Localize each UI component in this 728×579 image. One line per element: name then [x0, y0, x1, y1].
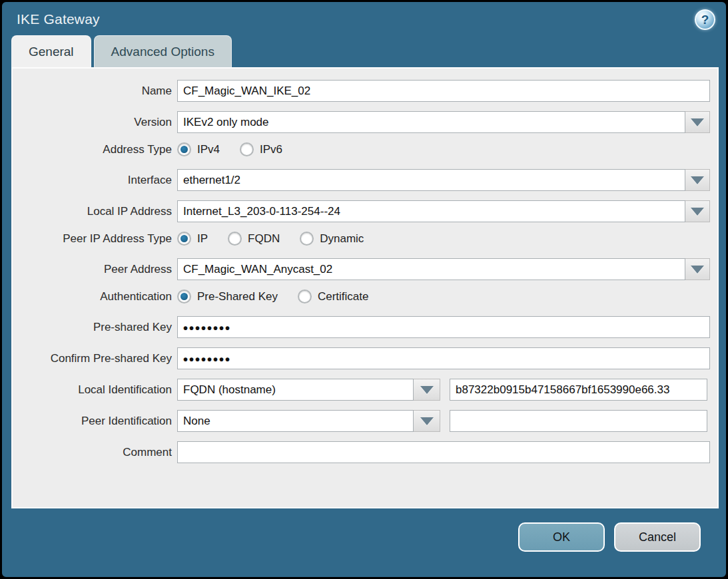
peer-address-label: Peer Address [13, 263, 172, 276]
radio-label: Certificate [318, 290, 369, 303]
comment-input[interactable] [177, 441, 710, 463]
local-ip-row: Local IP Address [13, 200, 717, 222]
chevron-down-icon [691, 118, 704, 126]
version-row: Version [13, 111, 717, 133]
radio-label: IPv4 [197, 143, 220, 156]
tab-advanced-options[interactable]: Advanced Options [94, 35, 232, 67]
tab-bar: General Advanced Options [2, 35, 726, 67]
peer-address-dropdown-button[interactable] [685, 258, 710, 280]
peer-identification-label: Peer Identification [13, 415, 172, 428]
peer-ip-type-row: Peer IP Address Type IP FQDN Dynamic [13, 232, 717, 246]
comment-row: Comment [13, 441, 717, 463]
help-icon[interactable]: ? [695, 9, 715, 30]
cancel-button[interactable]: Cancel [614, 522, 701, 552]
interface-row: Interface [13, 169, 717, 191]
name-input[interactable] [177, 80, 710, 102]
radio-label: IP [197, 232, 208, 246]
local-identification-label: Local Identification [13, 383, 172, 397]
radio-option-ipv6[interactable]: IPv6 [240, 142, 282, 156]
chevron-down-icon [420, 386, 434, 394]
radio-label: IPv6 [260, 143, 282, 156]
ok-button[interactable]: OK [518, 522, 605, 552]
radio-unselected-icon [300, 232, 314, 246]
interface-label: Interface [13, 174, 172, 187]
radio-selected-icon [177, 290, 191, 303]
peer-address-row: Peer Address [13, 258, 717, 280]
confirm-preshared-key-input[interactable] [177, 347, 710, 369]
local-identification-type-select[interactable] [177, 379, 414, 401]
name-row: Name [13, 80, 717, 102]
version-label: Version [13, 116, 172, 129]
local-identification-value-input[interactable] [450, 379, 707, 401]
peer-identification-row: Peer Identification [13, 410, 717, 432]
address-type-row: Address Type IPv4 IPv6 [13, 142, 717, 156]
local-identification-dropdown-button[interactable] [414, 379, 440, 401]
confirm-preshared-key-row: Confirm Pre-shared Key [13, 347, 717, 369]
peer-identification-value-input[interactable] [450, 410, 707, 432]
comment-label: Comment [13, 446, 172, 459]
tab-general[interactable]: General [11, 35, 91, 67]
radio-option-ipv4[interactable]: IPv4 [177, 142, 220, 156]
peer-address-input[interactable] [177, 258, 685, 280]
preshared-key-row: Pre-shared Key [13, 316, 717, 338]
radio-selected-icon [177, 232, 191, 246]
peer-identification-dropdown-button[interactable] [414, 410, 440, 432]
name-label: Name [13, 85, 172, 98]
radio-unselected-icon [228, 232, 242, 246]
radio-label: Pre-Shared Key [197, 290, 278, 303]
peer-identification-type-select[interactable] [177, 410, 414, 432]
chevron-down-icon [691, 266, 704, 274]
radio-unselected-icon [240, 142, 254, 156]
version-dropdown-button[interactable] [685, 111, 710, 133]
radio-option-pre-shared-key[interactable]: Pre-Shared Key [177, 290, 278, 303]
local-ip-input[interactable] [177, 200, 685, 222]
peer-ip-type-label: Peer IP Address Type [13, 232, 172, 246]
radio-label: FQDN [248, 232, 280, 246]
radio-label: Dynamic [320, 232, 364, 246]
radio-selected-icon [177, 142, 191, 156]
question-mark-glyph: ? [701, 13, 709, 27]
authentication-row: Authentication Pre-Shared Key Certificat… [13, 290, 717, 303]
chevron-down-icon [420, 417, 434, 425]
preshared-key-label: Pre-shared Key [13, 321, 172, 334]
radio-option-fqdn[interactable]: FQDN [228, 232, 280, 246]
confirm-preshared-key-label: Confirm Pre-shared Key [13, 352, 172, 365]
preshared-key-input[interactable] [177, 316, 710, 338]
radio-unselected-icon [298, 290, 312, 303]
chevron-down-icon [691, 208, 704, 216]
interface-dropdown-button[interactable] [685, 169, 710, 191]
chevron-down-icon [691, 176, 704, 184]
dialog-footer: OK Cancel [2, 522, 701, 552]
local-ip-dropdown-button[interactable] [685, 200, 710, 222]
dialog-title: IKE Gateway [2, 2, 726, 35]
version-input[interactable] [177, 111, 685, 133]
interface-input[interactable] [177, 169, 685, 191]
local-ip-label: Local IP Address [13, 205, 172, 218]
ike-gateway-dialog: IKE Gateway ? General Advanced Options N… [0, 0, 728, 579]
authentication-label: Authentication [13, 290, 172, 303]
radio-option-certificate[interactable]: Certificate [298, 290, 369, 303]
local-identification-row: Local Identification [13, 379, 717, 401]
address-type-label: Address Type [13, 143, 172, 156]
radio-option-dynamic[interactable]: Dynamic [300, 232, 364, 246]
general-tab-panel: Name Version Address Type IPv4 [11, 67, 719, 508]
radio-option-ip[interactable]: IP [177, 232, 208, 246]
